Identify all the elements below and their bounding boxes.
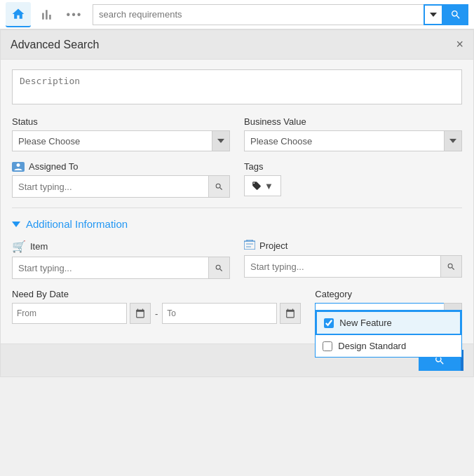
item-label: 🛒 Item (12, 240, 230, 253)
date-to-input[interactable] (162, 303, 277, 324)
item-icon: 🛒 (12, 240, 26, 253)
item-search-button[interactable] (208, 257, 229, 278)
business-value-label: Business Value (244, 116, 462, 127)
category-option-label-new-feature: New Feature (339, 318, 391, 328)
panel-title: Advanced Search (11, 39, 99, 51)
category-checkbox-new-feature[interactable] (324, 318, 334, 328)
collapse-icon (12, 220, 20, 229)
assigned-to-input-wrapper (12, 175, 230, 198)
chart-nav-icon[interactable] (34, 2, 59, 27)
tags-label: Tags (244, 161, 462, 172)
section-divider (12, 208, 462, 208)
item-project-row: 🛒 Item Project (12, 240, 462, 279)
business-value-select-wrapper: Please Choose (244, 130, 462, 151)
date-from-input[interactable] (12, 303, 127, 324)
category-dropdown-list: New Feature Design Standard (315, 310, 462, 358)
project-search-button[interactable] (440, 256, 461, 277)
additional-info-header[interactable]: Additional Information (12, 218, 462, 230)
project-group: Project (244, 240, 462, 279)
date-range: - (12, 303, 301, 324)
search-input[interactable] (93, 4, 424, 25)
project-input-wrapper (244, 255, 462, 278)
tag-dropdown-arrow: ▼ (264, 181, 273, 191)
home-nav-icon[interactable] (6, 2, 31, 27)
close-button[interactable]: × (456, 37, 463, 52)
item-input-wrapper (12, 257, 230, 279)
svg-rect-5 (246, 243, 253, 245)
category-option-new-feature[interactable]: New Feature (316, 311, 461, 335)
search-container (93, 4, 468, 25)
item-input[interactable] (13, 257, 208, 278)
search-button[interactable] (443, 4, 468, 25)
assigned-to-group: Assigned To (12, 161, 230, 198)
status-select[interactable]: Please Choose (12, 130, 230, 151)
need-by-date-group: Need By Date - (12, 289, 301, 324)
top-bar: ••• (0, 0, 474, 29)
panel-body: Status Please Choose Business Value Plea… (1, 60, 473, 344)
date-separator: - (154, 308, 159, 319)
project-input[interactable] (245, 256, 440, 277)
category-option-design-standard[interactable]: Design Standard (316, 335, 461, 357)
assigned-to-input[interactable] (13, 176, 208, 197)
status-group: Status Please Choose (12, 116, 230, 151)
category-checkbox-design-standard[interactable] (323, 341, 332, 351)
category-label: Category (315, 289, 462, 299)
category-option-label-design-standard: Design Standard (338, 341, 406, 351)
svg-marker-0 (430, 13, 437, 17)
description-input[interactable] (12, 69, 462, 104)
item-group: 🛒 Item (12, 240, 230, 279)
date-from-calendar-button[interactable] (130, 303, 151, 324)
status-select-wrapper: Please Choose (12, 130, 230, 151)
tags-button[interactable]: ▼ (244, 175, 281, 196)
svg-rect-4 (244, 241, 255, 250)
more-nav-icon[interactable]: ••• (62, 2, 87, 27)
need-by-date-label: Need By Date (12, 289, 301, 299)
advanced-search-panel: Advanced Search × Status Please Choose B (0, 29, 474, 377)
svg-rect-6 (246, 246, 251, 247)
assigned-tags-row: Assigned To Tags ▼ (12, 161, 462, 198)
project-icon (244, 240, 255, 252)
assigned-to-label: Assigned To (12, 161, 230, 172)
status-business-row: Status Please Choose Business Value Plea… (12, 116, 462, 151)
category-group: Category Please Choose New Feature (315, 289, 462, 324)
assigned-icon (12, 162, 25, 172)
assigned-to-search-button[interactable] (208, 176, 229, 197)
nav-icons: ••• (6, 2, 87, 27)
svg-marker-3 (12, 222, 20, 227)
project-label: Project (244, 240, 462, 252)
search-dropdown-button[interactable] (424, 4, 443, 25)
business-value-select[interactable]: Please Choose (244, 130, 462, 151)
date-category-row: Need By Date - Category (12, 289, 462, 324)
date-to-calendar-button[interactable] (280, 303, 301, 324)
status-label: Status (12, 116, 230, 127)
additional-info-title: Additional Information (26, 218, 128, 230)
tags-group: Tags ▼ (244, 161, 462, 198)
business-value-group: Business Value Please Choose (244, 116, 462, 151)
panel-header: Advanced Search × (1, 30, 473, 60)
